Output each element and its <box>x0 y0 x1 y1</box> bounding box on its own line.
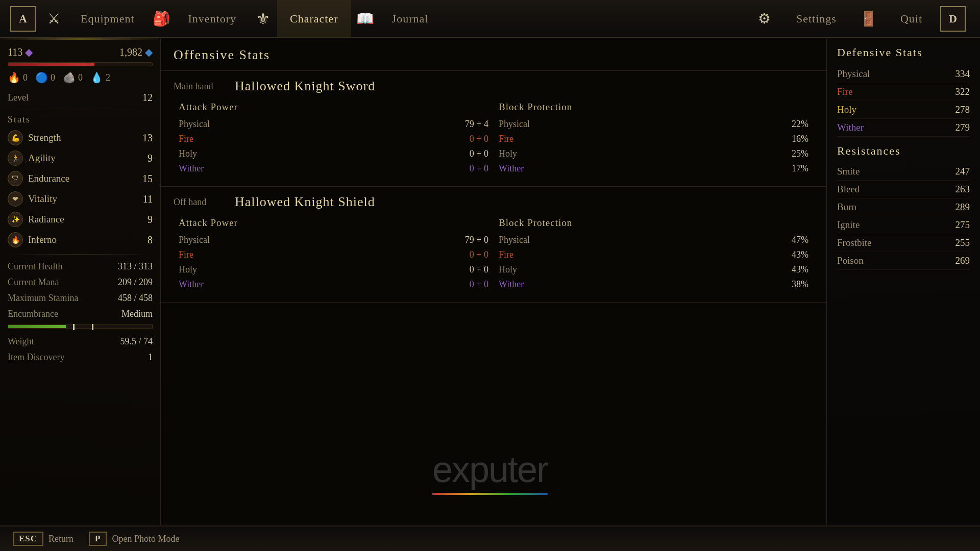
hp-bar-fill <box>8 63 94 66</box>
current-health-label: Current Health <box>8 261 62 272</box>
main-hand-block-col: Block Protection Physical 22% Fire 16% H… <box>494 102 814 176</box>
main-hand-block-physical-label: Physical <box>499 119 530 130</box>
def-holy-value: 278 <box>955 104 970 115</box>
off-hand-stats-grid: Attack Power Physical 79 + 0 Fire 0 + 0 … <box>174 217 814 292</box>
off-hand-block-fire-value: 43% <box>792 249 808 260</box>
main-hand-block-holy-label: Holy <box>499 148 517 159</box>
current-health-row: Current Health 313 / 313 <box>8 259 153 274</box>
off-hand-weapon-name: Hallowed Knight Shield <box>235 194 375 210</box>
main-hand-fire-label: Fire <box>179 134 193 144</box>
resist-ignite-value: 275 <box>955 219 970 231</box>
main-hand-block-wither-label: Wither <box>499 163 524 174</box>
off-hand-fire-attack: Fire 0 + 0 <box>179 247 488 262</box>
resist-frostbite: Frostbite 255 <box>837 234 970 252</box>
agility-value: 9 <box>148 153 153 164</box>
endurance-icon: 🛡 <box>8 171 23 186</box>
nav-equipment[interactable]: Equipment <box>68 0 148 37</box>
off-hand-fire-block: Fire 43% <box>499 247 808 262</box>
bottom-bar: ESC Return P Open Photo Mode <box>0 525 980 551</box>
main-hand-slot-label: Main hand <box>174 81 225 92</box>
left-panel: 113 ◆ 1,982 ◆ 🔥 0 🔵 0 🪨 0 <box>0 38 161 525</box>
stat-endurance-left: 🛡 Endurance <box>8 171 69 186</box>
journal-label: Journal <box>392 12 429 26</box>
level-label: Level <box>8 92 29 103</box>
main-hand-wither-attack: Wither 0 + 0 <box>179 161 488 176</box>
main-hand-block-wither-value: 17% <box>792 163 808 174</box>
def-physical-label: Physical <box>837 68 870 80</box>
nav-left-key[interactable]: A <box>10 6 36 32</box>
vitality-value: 11 <box>143 193 153 205</box>
off-hand-block-fire-label: Fire <box>499 249 513 260</box>
radiance-icon: ✨ <box>8 212 23 227</box>
nav-quit[interactable]: Quit <box>888 12 935 26</box>
offensive-stats-title: Offensive Stats <box>161 38 826 71</box>
purple-gem-icon: ◆ <box>25 46 33 58</box>
nav-bar: A ⚔ Equipment 🎒 Inventory ⚜ Character 📖 … <box>0 0 980 38</box>
def-physical: Physical 334 <box>837 65 970 83</box>
off-hand-physical-attack-value: 79 + 0 <box>465 235 488 245</box>
off-hand-slot-label: Off hand <box>174 197 225 208</box>
consumable-orb: 🔵 0 <box>35 71 55 84</box>
nav-journal[interactable]: Journal <box>379 0 442 37</box>
def-fire-value: 322 <box>955 86 970 97</box>
orb-consumable-icon: 🔵 <box>35 71 48 84</box>
stat-strength-left: 💪 Strength <box>8 130 61 145</box>
encumbrance-fill <box>8 325 66 328</box>
resist-ignite-label: Ignite <box>837 219 860 231</box>
return-action: ESC Return <box>13 532 74 546</box>
return-key-badge[interactable]: ESC <box>13 532 43 546</box>
endurance-label: Endurance <box>28 173 69 184</box>
resist-smite-value: 247 <box>955 166 970 177</box>
item-discovery-label: Item Discovery <box>8 352 64 363</box>
nav-character[interactable]: Character <box>277 0 351 37</box>
divider-2 <box>8 254 153 255</box>
resist-bleed-value: 263 <box>955 184 970 195</box>
resist-bleed: Bleed 263 <box>837 181 970 198</box>
main-hand-physical-attack: Physical 79 + 4 <box>179 117 488 132</box>
equipment-label: Equipment <box>81 12 135 26</box>
def-wither: Wither 279 <box>837 119 970 137</box>
def-wither-label: Wither <box>837 122 864 133</box>
inventory-label: Inventory <box>188 12 237 26</box>
off-hand-holy-attack: Holy 0 + 0 <box>179 262 488 277</box>
item-discovery-row: Item Discovery 1 <box>8 349 153 365</box>
inventory-icon: 🎒 <box>148 5 176 33</box>
main-hand-fire-block: Fire 16% <box>499 132 808 146</box>
off-hand-physical-attack: Physical 79 + 0 <box>179 233 488 247</box>
nav-inventory[interactable]: Inventory <box>176 0 250 37</box>
stone-consumable-icon: 🪨 <box>63 71 76 84</box>
current-health-value: 313 / 313 <box>118 261 153 272</box>
off-hand-block-physical-value: 47% <box>792 235 808 245</box>
stat-vitality-left: ❤ Vitality <box>8 191 57 207</box>
max-stamina-row: Maximum Stamina 458 / 458 <box>8 290 153 306</box>
main-hand-stats-grid: Attack Power Physical 79 + 4 Fire 0 + 0 … <box>174 102 814 176</box>
character-label: Character <box>290 12 338 26</box>
right-panel: Defensive Stats Physical 334 Fire 322 Ho… <box>827 38 980 525</box>
watermark-text: exputer <box>432 448 548 490</box>
resist-ignite: Ignite 275 <box>837 216 970 234</box>
quit-icon: 🚪 <box>854 5 883 33</box>
main-hand-section: Main hand Hallowed Knight Sword Attack P… <box>161 71 826 187</box>
main-hand-holy-label: Holy <box>179 148 197 159</box>
main-hand-block-holy-value: 25% <box>792 148 808 159</box>
nav-settings[interactable]: Settings <box>783 12 849 26</box>
main-hand-block-physical-value: 22% <box>792 119 808 130</box>
main-hand-wither-attack-value: 0 + 0 <box>470 163 488 174</box>
item-discovery-value: 1 <box>148 352 153 363</box>
current-mana-value: 209 / 209 <box>118 277 153 288</box>
vitality-icon: ❤ <box>8 191 23 207</box>
off-hand-block-wither-value: 38% <box>792 279 808 290</box>
orb-consumable-count: 0 <box>51 72 55 83</box>
inferno-value: 8 <box>148 234 153 246</box>
stat-agility-left: 🏃 Agility <box>8 151 56 166</box>
off-hand-fire-label: Fire <box>179 249 193 260</box>
fire-consumable-icon: 🔥 <box>8 71 20 84</box>
off-hand-block-wither-label: Wither <box>499 279 524 290</box>
off-hand-wither-attack-value: 0 + 0 <box>470 279 488 290</box>
journal-icon: 📖 <box>351 5 379 33</box>
nav-right-key[interactable]: D <box>940 6 966 32</box>
water-consumable-count: 2 <box>106 72 110 83</box>
photo-key-badge[interactable]: P <box>89 532 107 546</box>
hp-bar <box>8 62 153 66</box>
main-hand-wither-label: Wither <box>179 163 204 174</box>
